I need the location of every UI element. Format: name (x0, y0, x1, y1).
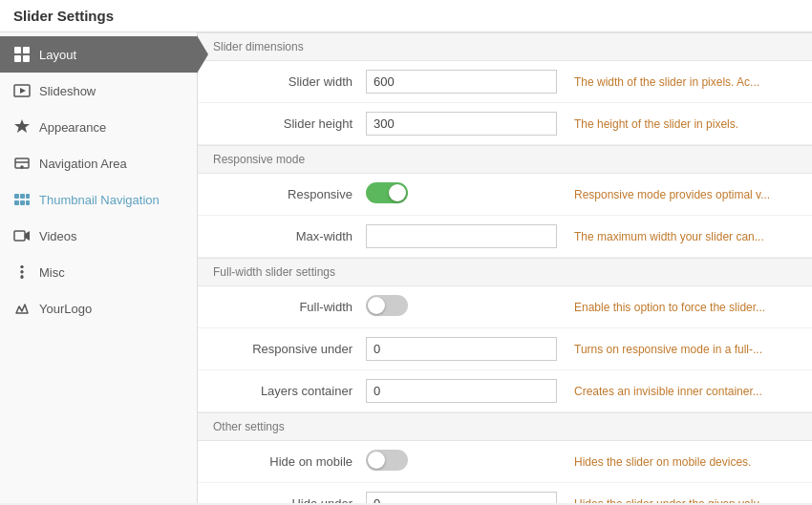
field-row-hide-under: Hide underHides the slider under the giv… (198, 483, 812, 503)
section-header-other-settings: Other settings (198, 412, 812, 441)
sidebar-item-yourlogo-label: YourLogo (39, 302, 92, 316)
section-header-responsive-mode: Responsive mode (198, 145, 812, 174)
toggle-hide-on-mobile[interactable] (366, 450, 408, 471)
field-label-hide-on-mobile: Hide on mobile (213, 454, 366, 469)
navigation-area-icon (13, 155, 31, 172)
field-row-slider-width: Slider widthThe width of the slider in p… (198, 61, 812, 103)
sidebar-item-layout-label: Layout (39, 48, 76, 62)
svg-rect-15 (14, 231, 25, 241)
videos-icon (13, 227, 31, 244)
field-hint-hide-on-mobile: Hides the slider on mobile devices. (574, 455, 797, 469)
field-input-area-hide-under (366, 492, 557, 503)
svg-rect-11 (26, 194, 30, 199)
svg-rect-0 (14, 47, 21, 53)
sidebar-item-navigation-area[interactable]: Navigation Area (0, 145, 197, 181)
sidebar-item-videos-label: Videos (39, 229, 77, 243)
layout-icon (13, 46, 31, 63)
sidebar-item-slideshow[interactable]: Slideshow (0, 73, 197, 109)
field-hint-layers-container: Creates an invisible inner container... (574, 385, 797, 398)
content-area: Slider dimensionsSlider widthThe width o… (198, 32, 812, 503)
field-row-layers-container: Layers containerCreates an invisible inn… (198, 370, 812, 412)
svg-rect-2 (14, 55, 21, 62)
appearance-icon (13, 118, 31, 136)
svg-rect-14 (26, 200, 30, 205)
sidebar-item-videos[interactable]: Videos (0, 218, 197, 254)
toggle-responsive[interactable] (366, 182, 408, 203)
svg-point-17 (21, 265, 24, 268)
field-input-area-responsive-under (366, 337, 557, 361)
field-input-area-slider-height (366, 112, 557, 136)
field-input-area-full-width (366, 295, 557, 319)
field-row-slider-height: Slider heightThe height of the slider in… (198, 103, 812, 145)
sidebar-item-misc-label: Misc (39, 265, 65, 280)
field-hint-slider-width: The width of the slider in pixels. Ac... (574, 75, 797, 89)
field-label-slider-height: Slider height (213, 116, 366, 131)
sidebar-item-layout[interactable]: Layout (0, 36, 197, 73)
sidebar-item-thumbnail-navigation[interactable]: Thumbnail Navigation (0, 181, 197, 218)
sidebar-item-misc[interactable]: Misc (0, 254, 197, 290)
field-row-hide-on-mobile: Hide on mobileHides the slider on mobile… (198, 441, 812, 483)
page-title: Slider Settings (0, 0, 812, 32)
field-label-slider-width: Slider width (213, 74, 366, 89)
svg-point-18 (21, 271, 24, 274)
field-hint-responsive: Responsive mode provides optimal v... (574, 188, 797, 201)
svg-point-19 (21, 276, 24, 279)
misc-icon (13, 263, 31, 281)
field-input-area-hide-on-mobile (366, 450, 557, 473)
section-header-slider-dimensions: Slider dimensions (198, 32, 812, 61)
thumbnail-navigation-icon (13, 191, 31, 208)
field-input-area-layers-container (366, 379, 557, 403)
svg-rect-3 (23, 55, 30, 62)
field-label-layers-container: Layers container (213, 384, 366, 398)
field-hint-responsive-under: Turns on responsive mode in a full-... (574, 343, 797, 356)
toggle-full-width[interactable] (366, 295, 408, 316)
svg-rect-1 (23, 47, 30, 53)
input-hide-under[interactable] (366, 492, 557, 503)
field-label-hide-under: Hide under (213, 496, 366, 503)
field-label-max-width: Max-width (213, 229, 366, 243)
svg-rect-10 (20, 194, 25, 199)
field-row-responsive: ResponsiveResponsive mode provides optim… (198, 174, 812, 216)
svg-point-8 (21, 166, 23, 168)
sidebar-item-thumbnail-navigation-label: Thumbnail Navigation (39, 193, 160, 207)
svg-rect-9 (14, 194, 19, 199)
slideshow-icon (13, 82, 31, 99)
field-row-responsive-under: Responsive underTurns on responsive mode… (198, 328, 812, 370)
yourlogo-icon (13, 300, 31, 317)
field-input-area-slider-width (366, 70, 557, 94)
field-hint-hide-under: Hides the slider under the given valu... (574, 497, 797, 504)
field-label-responsive-under: Responsive under (213, 342, 366, 356)
field-input-area-responsive (366, 182, 557, 206)
sidebar-item-navigation-area-label: Navigation Area (39, 157, 127, 171)
input-slider-height[interactable] (366, 112, 557, 136)
field-row-max-width: Max-widthThe maximum width your slider c… (198, 216, 812, 258)
svg-marker-5 (20, 88, 26, 94)
field-hint-slider-height: The height of the slider in pixels. (574, 117, 797, 131)
svg-rect-12 (14, 200, 19, 205)
sidebar-item-yourlogo[interactable]: YourLogo (0, 290, 197, 326)
field-hint-full-width: Enable this option to force the slider..… (574, 301, 797, 314)
input-layers-container[interactable] (366, 379, 557, 403)
field-label-full-width: Full-width (213, 300, 366, 314)
sidebar: LayoutSlideshowAppearanceNavigation Area… (0, 32, 198, 503)
field-label-responsive: Responsive (213, 187, 366, 201)
field-hint-max-width: The maximum width your slider can... (574, 230, 797, 243)
sidebar-item-appearance-label: Appearance (39, 120, 106, 135)
input-max-width[interactable] (366, 224, 557, 248)
section-header-full-width-slider-settings: Full-width slider settings (198, 258, 812, 286)
field-input-area-max-width (366, 224, 557, 248)
sidebar-item-appearance[interactable]: Appearance (0, 109, 197, 145)
field-row-full-width: Full-widthEnable this option to force th… (198, 286, 812, 328)
svg-rect-13 (20, 200, 25, 205)
input-slider-width[interactable] (366, 70, 557, 94)
sidebar-item-slideshow-label: Slideshow (39, 84, 96, 98)
input-responsive-under[interactable] (366, 337, 557, 361)
